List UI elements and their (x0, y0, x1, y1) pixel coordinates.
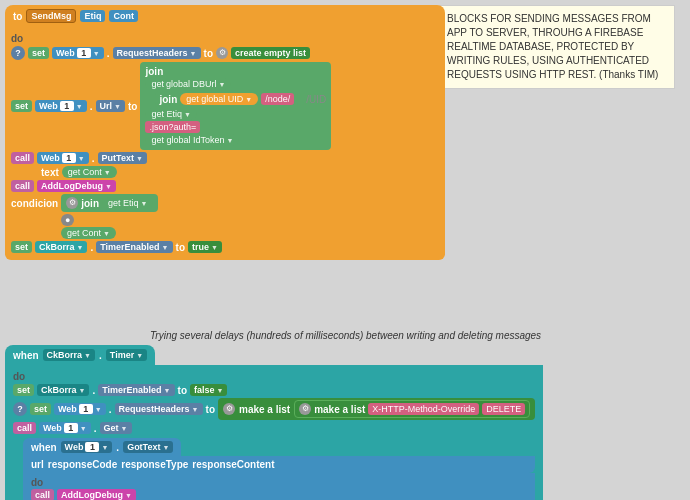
row-set-url: set Web 1 ▼ . Url ▼ to join (11, 62, 439, 150)
circle-block: ● (61, 214, 74, 226)
gear-icon-2: ⚙ (66, 197, 78, 209)
when-label: when (13, 350, 39, 361)
get-method-block[interactable]: Get ▼ (100, 422, 132, 434)
row-call-addlogdebug-1: call AddLogDebug ▼ (11, 180, 439, 192)
get-dburl-block[interactable]: get global DBUrl ▼ (145, 78, 231, 90)
cont-label: Cont (113, 11, 134, 21)
get-cont-block-1[interactable]: get Cont ▼ (62, 166, 117, 178)
timer-enabled-block-1[interactable]: TimerEnabled ▼ (96, 241, 172, 253)
sendmsg-body: do ? set Web 1 ▼ . RequestHeaders ▼ to (5, 27, 445, 260)
make-a-list-outer: ⚙ make a list ⚙ make a list X-HTTP-Metho… (218, 398, 535, 420)
question-icon-1: ? (11, 46, 25, 60)
gottext-do-row: call AddLogDebug ▼ (31, 489, 527, 500)
ckborra-hat-block[interactable]: CkBorra ▼ (43, 349, 95, 361)
gear-icon-4: ⚙ (299, 403, 311, 415)
row-set-timer-false: set CkBorra ▼ . TimerEnabled ▼ to false … (13, 384, 535, 396)
call-addlogdebug-block-1[interactable]: call (11, 180, 34, 192)
etiq-param-block[interactable]: Etiq (80, 10, 105, 22)
do-label-1: do (11, 33, 23, 44)
addlogdebug-block-1[interactable]: AddLogDebug ▼ (37, 180, 116, 192)
gottext-params-row: url responseCode responseType responseCo… (23, 456, 535, 473)
set-block-2[interactable]: set (11, 100, 32, 112)
web1-block-5[interactable]: Web 1 ▼ (39, 422, 91, 434)
false-block[interactable]: false ▼ (190, 384, 227, 396)
row-call-get: call Web 1 ▼ . Get ▼ (13, 422, 535, 434)
row-puttext-text: text get Cont ▼ (41, 166, 439, 178)
row-set-timer-enabled-true: set CkBorra ▼ . TimerEnabled ▼ to true ▼ (11, 241, 439, 253)
bottom-annotation: Trying several delays (hundreds of milli… (150, 330, 541, 341)
call-addlogdebug-block-2[interactable]: call (31, 489, 54, 500)
hat-block-sendmsg: to SendMsg Etiq Cont (5, 5, 445, 27)
get-idtoken-block[interactable]: get global IdToken ▼ (145, 134, 239, 146)
get-etiq-block-2[interactable]: get Etiq ▼ (102, 197, 153, 209)
timer-hat-block[interactable]: Timer ▼ (106, 349, 147, 361)
join-row-3: get Etiq ▼ (145, 108, 326, 120)
set-block-1[interactable]: set (28, 47, 49, 59)
join-row-4: .json?auth= (145, 121, 326, 133)
cont-param-block[interactable]: Cont (109, 10, 138, 22)
hat-block-timer: when CkBorra ▼ . Timer ▼ (5, 345, 155, 365)
join-row-1: get global DBUrl ▼ (145, 78, 326, 90)
top-section: to SendMsg Etiq Cont do ? set Web (5, 5, 445, 260)
row-condicion: condicion ⚙ join get Etiq ▼ (11, 194, 439, 212)
do-label-2: do (13, 371, 25, 382)
outer-join-block: join get global DBUrl ▼ join (140, 62, 331, 150)
true-block-1[interactable]: true ▼ (188, 241, 222, 253)
row-set-requestheaders: ? set Web 1 ▼ . RequestHeaders ▼ to ⚙ cr… (11, 46, 439, 60)
row-call-puttext: call Web 1 ▼ . PutText ▼ (11, 152, 439, 164)
uid-annotation: /UID (306, 94, 326, 105)
etiq-label: Etiq (84, 11, 101, 21)
set-block-5[interactable]: set (30, 403, 51, 415)
gear-icon-1: ⚙ (216, 47, 228, 59)
question-icon-2: ? (13, 402, 27, 416)
web1-gottext-block[interactable]: Web 1 ▼ (61, 441, 113, 453)
url-block[interactable]: Url ▼ (96, 100, 125, 112)
sendmsg-label: SendMsg (31, 11, 71, 21)
condicion-sub-2: get Cont ▼ (61, 227, 439, 239)
timer-body: do set CkBorra ▼ . TimerEnabled ▼ to fal… (5, 365, 543, 500)
annotation-box: BLOCKS FOR SENDING MESSAGES FROM APP TO … (440, 5, 675, 89)
make-a-list-inner: ⚙ make a list X-HTTP-Method-Override DEL… (294, 400, 530, 418)
get-etiq-block[interactable]: get Etiq ▼ (145, 108, 196, 120)
row-set-requestheaders-2: ? set Web 1 ▼ . RequestHeaders ▼ to ⚙ ma… (13, 398, 535, 420)
inner-join-block: join get global UID ▼ /node/ (155, 91, 298, 107)
canvas: BLOCKS FOR SENDING MESSAGES FROM APP TO … (0, 0, 690, 500)
gottext-block-container: when Web 1 ▼ . GotText ▼ url responseCod… (23, 438, 535, 500)
node-string: /node/ (261, 93, 294, 105)
ckborra-block-1[interactable]: CkBorra ▼ (35, 241, 87, 253)
ckborra-block-2[interactable]: CkBorra ▼ (37, 384, 89, 396)
set-block-3[interactable]: set (11, 241, 32, 253)
gottext-method-block[interactable]: GotText ▼ (123, 441, 173, 453)
set-block-4[interactable]: set (13, 384, 34, 396)
gottext-body: do call AddLogDebug ▼ condition (23, 473, 535, 500)
get-globaluid-block[interactable]: get global UID ▼ (180, 93, 258, 105)
get-cont-block-2[interactable]: get Cont ▼ (61, 227, 116, 239)
json-auth-string: .json?auth= (145, 121, 200, 133)
requestheaders-block-1[interactable]: RequestHeaders ▼ (113, 47, 201, 59)
join-row-2: join get global UID ▼ /node/ /UID (155, 91, 326, 107)
annotation-text: BLOCKS FOR SENDING MESSAGES FROM APP TO … (447, 13, 658, 80)
to-label: to (13, 11, 22, 22)
bottom-section: when CkBorra ▼ . Timer ▼ do set CkBorra (5, 345, 543, 500)
addlogdebug-block-2[interactable]: AddLogDebug ▼ (57, 489, 136, 500)
requestheaders-block-2[interactable]: RequestHeaders ▼ (115, 403, 203, 415)
delete-string: DELETE (482, 403, 525, 415)
join-row-5: get global IdToken ▼ (145, 134, 326, 146)
web1-block-3[interactable]: Web 1 ▼ (37, 152, 89, 164)
timer-enabled-block-2[interactable]: TimerEnabled ▼ (98, 384, 174, 396)
sendmsg-block[interactable]: SendMsg (26, 9, 76, 23)
create-empty-list-block[interactable]: create empty list (231, 47, 310, 59)
call-get-block[interactable]: call (13, 422, 36, 434)
x-http-string: X-HTTP-Method-Override (368, 403, 479, 415)
web1-block-1[interactable]: Web 1 ▼ (52, 47, 104, 59)
web1-block-2[interactable]: Web 1 ▼ (35, 100, 87, 112)
condicion-join-block: ⚙ join get Etiq ▼ (61, 194, 158, 212)
condicion-sub-1: ● (61, 214, 439, 226)
gear-icon-3: ⚙ (223, 403, 235, 415)
gottext-hat: when Web 1 ▼ . GotText ▼ (23, 438, 181, 456)
call-puttext-block[interactable]: call (11, 152, 34, 164)
web1-block-4[interactable]: Web 1 ▼ (54, 403, 106, 415)
puttext-method-block[interactable]: PutText ▼ (98, 152, 147, 164)
